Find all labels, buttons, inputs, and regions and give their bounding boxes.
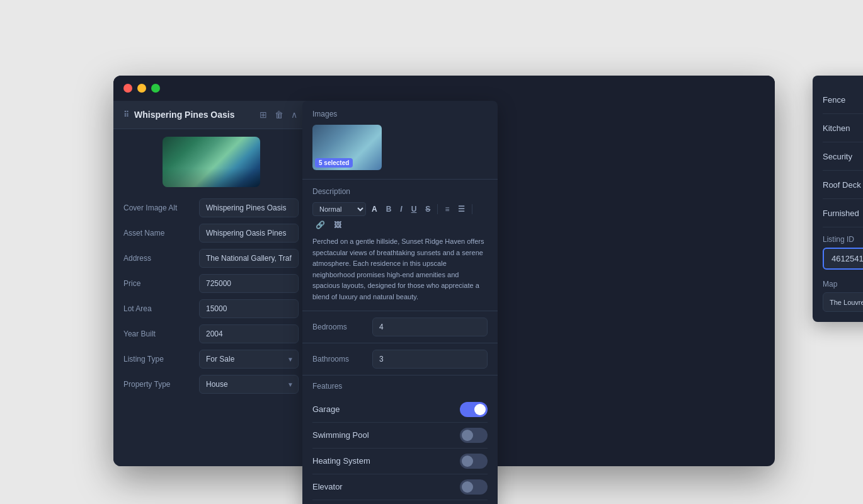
elevator-toggle[interactable] — [460, 479, 488, 495]
price-input[interactable] — [199, 274, 299, 293]
cover-image-alt-input[interactable] — [199, 198, 299, 217]
expand-icon[interactable]: ⊞ — [258, 108, 268, 121]
elevator-feature-row: Elevator — [312, 474, 488, 500]
property-type-select[interactable]: House Apartment Condo Villa Commercial — [199, 375, 299, 394]
image-thumbnail[interactable]: 5 selected — [312, 125, 382, 170]
listing-type-label: Listing Type — [123, 355, 193, 364]
left-form-section: Cover Image Alt Asset Name Address Price… — [113, 195, 309, 466]
description-label: Description — [312, 187, 488, 196]
lot-area-row: Lot Area — [123, 299, 299, 318]
listing-type-select[interactable]: For Sale For Rent Sold — [199, 350, 299, 369]
map-input[interactable] — [823, 292, 863, 312]
price-label: Price — [123, 279, 193, 288]
heating-system-feature-row: Heating System — [312, 449, 488, 474]
address-label: Address — [123, 254, 193, 263]
description-section: Description Normal Heading 1 Heading 2 A… — [302, 180, 498, 311]
panel-right: Fence Kitchen Security Roof Deck Furnish… — [813, 76, 863, 322]
bathrooms-input[interactable] — [372, 350, 488, 369]
listing-id-row: Listing ID — [823, 227, 863, 275]
lot-area-label: Lot Area — [123, 304, 193, 313]
elevator-feature-name: Elevator — [312, 482, 343, 491]
swimming-pool-feature-name: Swimming Pool — [312, 430, 369, 440]
panel-left-title-container: ⠿ Whispering Pines Oasis — [123, 110, 235, 120]
furnished-feature-row: Furnished — [823, 199, 863, 227]
kitchen-feature-row: Kitchen — [823, 114, 863, 142]
address-input[interactable] — [199, 249, 299, 268]
cover-image — [163, 137, 260, 187]
garage-slider — [460, 402, 488, 417]
panel-left-title: Whispering Pines Oasis — [134, 110, 235, 120]
fence-feature-name: Fence — [823, 95, 845, 105]
image-thumbnails: 5 selected — [312, 125, 488, 170]
map-label: Map — [823, 280, 863, 289]
listing-type-wrapper: For Sale For Rent Sold ▼ — [199, 350, 299, 369]
delete-icon[interactable]: 🗑 — [273, 108, 285, 121]
drag-icon: ⠿ — [123, 110, 129, 119]
image-btn[interactable]: 🖼 — [331, 219, 345, 231]
ordered-list-btn[interactable]: ≡ — [442, 203, 452, 215]
bathrooms-label: Bathrooms — [312, 355, 366, 364]
garage-feature-name: Garage — [312, 404, 340, 414]
collapse-icon[interactable]: ∧ — [290, 108, 299, 121]
toolbar-divider — [437, 204, 438, 214]
roof-deck-feature-row: Roof Deck — [823, 171, 863, 199]
underline-btn[interactable]: U — [408, 203, 420, 215]
year-built-label: Year Built — [123, 329, 193, 338]
listing-id-input[interactable] — [823, 248, 863, 270]
swimming-pool-toggle[interactable] — [460, 428, 488, 443]
swimming-pool-slider — [460, 428, 488, 443]
title-bar — [113, 76, 775, 101]
close-button[interactable] — [123, 84, 132, 93]
asset-name-label: Asset Name — [123, 229, 193, 238]
unordered-list-btn[interactable]: ☰ — [455, 203, 468, 215]
bedrooms-input[interactable] — [372, 318, 488, 336]
italic-btn[interactable]: I — [397, 203, 405, 215]
cover-image-area — [113, 129, 309, 195]
selected-badge: 5 selected — [315, 158, 353, 168]
address-row: Address — [123, 249, 299, 268]
property-type-row: Property Type House Apartment Condo Vill… — [123, 375, 299, 394]
bedrooms-label: Bedrooms — [312, 323, 366, 331]
price-row: Price — [123, 274, 299, 293]
images-label: Images — [312, 110, 488, 118]
panel-left-actions: ⊞ 🗑 ∧ — [258, 108, 299, 121]
heating-system-toggle[interactable] — [460, 454, 488, 469]
maximize-button[interactable] — [151, 84, 160, 93]
heating-system-slider — [460, 454, 488, 469]
listing-id-label: Listing ID — [823, 235, 863, 244]
garage-feature-row: Garage — [312, 397, 488, 423]
traffic-lights — [123, 84, 160, 93]
panel-left-header: ⠿ Whispering Pines Oasis ⊞ 🗑 ∧ — [113, 101, 309, 129]
roof-deck-feature-name: Roof Deck — [823, 180, 861, 190]
kitchen-feature-name: Kitchen — [823, 123, 850, 133]
elevator-slider — [460, 479, 488, 495]
panel-left: ⠿ Whispering Pines Oasis ⊞ 🗑 ∧ Cover Ima… — [113, 101, 309, 466]
images-section: Images 5 selected — [302, 101, 498, 180]
garden-feature-row: Garden — [312, 500, 488, 504]
features-section: Features Garage Swimming Pool Heating Sy… — [302, 375, 498, 504]
link-btn[interactable]: 🔗 — [312, 219, 328, 231]
rich-text-toolbar: Normal Heading 1 Heading 2 A B I U S ≡ ☰… — [312, 202, 488, 231]
furnished-feature-name: Furnished — [823, 209, 859, 218]
security-feature-name: Security — [823, 152, 852, 161]
cover-image-alt-label: Cover Image Alt — [123, 203, 193, 212]
swimming-pool-feature-row: Swimming Pool — [312, 423, 488, 449]
map-row: Map Submit — [823, 275, 863, 312]
year-built-row: Year Built — [123, 324, 299, 343]
font-color-btn[interactable]: A — [369, 203, 380, 215]
asset-name-row: Asset Name — [123, 224, 299, 243]
bold-btn[interactable]: B — [383, 203, 395, 215]
security-feature-row: Security — [823, 142, 863, 171]
minimize-button[interactable] — [137, 84, 146, 93]
format-select[interactable]: Normal Heading 1 Heading 2 — [312, 202, 366, 216]
strikethrough-btn[interactable]: S — [422, 203, 433, 215]
asset-name-input[interactable] — [199, 224, 299, 243]
fence-feature-row: Fence — [823, 86, 863, 114]
garage-toggle[interactable] — [460, 402, 488, 417]
bathrooms-row: Bathrooms — [302, 343, 498, 375]
features-label: Features — [312, 382, 488, 391]
description-text[interactable]: Perched on a gentle hillside, Sunset Rid… — [312, 236, 488, 303]
heating-system-feature-name: Heating System — [312, 456, 370, 466]
lot-area-input[interactable] — [199, 299, 299, 318]
year-built-input[interactable] — [199, 324, 299, 343]
